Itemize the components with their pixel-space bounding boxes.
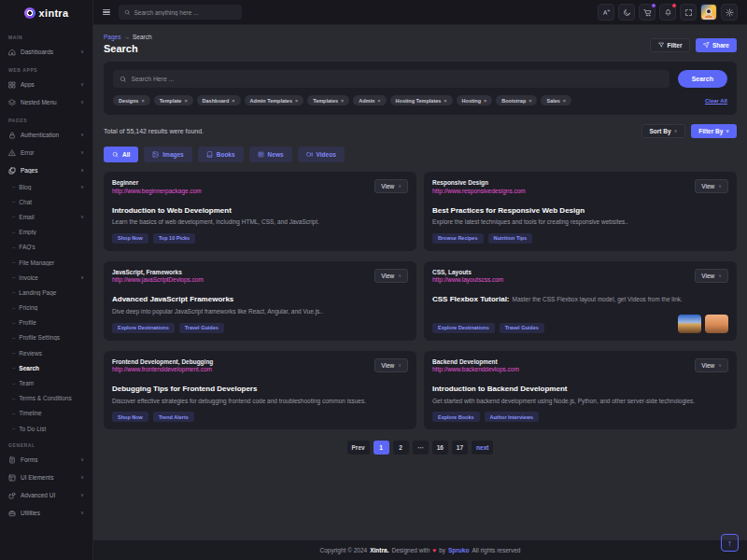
sidebar-item-team[interactable]: Team (0, 375, 92, 390)
chip-templates[interactable]: Templates× (307, 95, 349, 105)
fullscreen-icon[interactable] (680, 4, 697, 21)
footer-designer-link[interactable]: Spruko (448, 547, 469, 553)
share-button[interactable]: Share (696, 38, 737, 52)
sidebar-item-invoice[interactable]: Invoice (0, 270, 92, 285)
pagination-page-16[interactable]: 16 (432, 441, 448, 455)
result-tag[interactable]: Shop Now (112, 233, 148, 244)
result-tag[interactable]: Travel Guides (179, 323, 224, 333)
result-url[interactable]: http://www.backenddevlops.com (432, 366, 519, 372)
moon-icon[interactable] (618, 4, 635, 21)
chip-close-icon[interactable]: × (529, 98, 531, 104)
sidebar-item-terms-conditions[interactable]: Terms & Conditions (0, 391, 92, 406)
result-tag[interactable]: Trend Alerts (153, 412, 194, 422)
result-tag[interactable]: Nutrition Tips (488, 233, 533, 244)
tab-news[interactable]: News (249, 147, 292, 162)
filter-button[interactable]: Filter (650, 38, 690, 52)
view-button[interactable]: View (374, 358, 408, 372)
chip-admin[interactable]: Admin× (353, 95, 386, 105)
sidebar-item-apps[interactable]: Apps (0, 76, 92, 93)
result-url[interactable]: http://www.javaScriptDevlops.com (112, 276, 204, 283)
sidebar-item-empty[interactable]: Empty (0, 225, 92, 240)
tab-images[interactable]: Images (144, 147, 191, 162)
sidebar-item-pages[interactable]: Pages (0, 161, 92, 179)
result-title[interactable]: Best Practices for Responsive Web Design (432, 206, 585, 215)
chip-dashboard[interactable]: Dashboard× (197, 95, 241, 105)
chip-hosting-templates[interactable]: Hosting Templates× (390, 95, 453, 105)
brand-logo[interactable]: xintra (0, 0, 92, 25)
chip-close-icon[interactable]: × (141, 98, 144, 104)
sidebar-item-faqs[interactable]: FAQ's (0, 240, 92, 255)
pagination-page-17[interactable]: 17 (452, 441, 468, 455)
result-title[interactable]: Advanced JavaScript Frameworks (112, 295, 233, 303)
breadcrumb-pages-link[interactable]: Pages (104, 34, 120, 40)
sidebar-item-landing-page[interactable]: Landing Page (0, 285, 92, 300)
pagination-next[interactable]: next (472, 441, 493, 455)
result-tag[interactable]: Browse Recipes (432, 233, 484, 244)
sidebar-item-nested-menu[interactable]: Nested Menu (0, 93, 92, 111)
sidebar-item-email[interactable]: Email (0, 209, 92, 224)
result-tag[interactable]: Author Interviews (485, 412, 539, 422)
result-tag[interactable]: Shop Now (112, 412, 148, 422)
chip-close-icon[interactable]: × (295, 98, 298, 104)
result-title[interactable]: Debugging Tips for Frontend Developers (112, 385, 257, 393)
result-tag[interactable]: Travel Guides (500, 323, 544, 333)
pagination-page-2[interactable]: 2 (393, 441, 409, 455)
chip-bootstrap[interactable]: Bootstrap× (496, 95, 537, 105)
result-title[interactable]: Introduction to Web Development (112, 206, 232, 215)
view-button[interactable]: View (695, 269, 728, 283)
topbar-search-input[interactable] (134, 9, 237, 16)
sidebar-item-file-manager[interactable]: File Manager (0, 255, 92, 270)
view-button[interactable]: View (695, 179, 728, 193)
chip-close-icon[interactable]: × (341, 98, 344, 104)
tab-videos[interactable]: Videos (298, 147, 345, 162)
sidebar-item-advanced-ui[interactable]: Advanced UI (0, 486, 92, 504)
pagination-page-1[interactable]: 1 (374, 441, 389, 455)
tab-all[interactable]: All (104, 147, 138, 162)
sidebar-item-utilities[interactable]: Utilities (0, 504, 92, 522)
result-title[interactable]: Introduction to Backend Development (432, 385, 567, 393)
result-thumbnail-canyon-rock[interactable] (705, 315, 728, 333)
chip-hosting[interactable]: Hosting× (457, 95, 493, 105)
sidebar-item-error[interactable]: Error (0, 144, 92, 161)
sidebar-item-reviews[interactable]: Reviews (0, 345, 92, 360)
translate-icon[interactable] (598, 4, 614, 21)
sidebar-item-forms[interactable]: Forms (0, 451, 92, 469)
bell-icon[interactable] (659, 4, 676, 21)
chip-close-icon[interactable]: × (484, 98, 486, 104)
chip-close-icon[interactable]: × (444, 98, 446, 104)
view-button[interactable]: View (374, 179, 408, 193)
sidebar-item-chat[interactable]: Chat (0, 194, 92, 209)
sidebar-item-pricing[interactable]: Pricing (0, 301, 92, 315)
pagination-prev[interactable]: Prev (347, 441, 370, 455)
result-tag[interactable]: Explore Destinations (432, 323, 495, 333)
chip-close-icon[interactable]: × (232, 98, 234, 104)
chip-close-icon[interactable]: × (563, 98, 566, 104)
clear-all-link[interactable]: Clear All (705, 98, 727, 104)
result-tag[interactable]: Explore Destinations (112, 323, 175, 333)
sort-by-dropdown[interactable]: Sort By (641, 124, 686, 138)
tab-books[interactable]: Books (198, 147, 244, 162)
sidebar-item-search[interactable]: Search (0, 360, 92, 375)
result-url[interactable]: http://www.frontenddevelopment.com (112, 366, 213, 372)
result-url[interactable]: http://www.layoutscss.com (432, 276, 503, 283)
menu-toggle-icon[interactable] (103, 9, 110, 16)
sidebar-item-profile[interactable]: Profile (0, 315, 92, 330)
result-url[interactable]: http://www.responsivedesigns.com (432, 188, 526, 194)
search-button[interactable]: Search (678, 70, 727, 88)
sidebar-item-to-do-list[interactable]: To Do List (0, 421, 92, 436)
search-field[interactable] (113, 70, 669, 88)
view-button[interactable]: View (374, 269, 408, 283)
result-thumbnail-desert-road[interactable] (678, 315, 701, 333)
chip-close-icon[interactable]: × (377, 98, 380, 104)
search-input[interactable] (132, 76, 663, 82)
cart-icon[interactable] (639, 4, 655, 21)
scroll-to-top-button[interactable]: ↑ (721, 534, 739, 552)
settings-icon[interactable] (721, 4, 738, 21)
filter-by-dropdown[interactable]: Filter By (691, 124, 737, 138)
chip-designs[interactable]: Designs× (113, 95, 150, 105)
chip-sales[interactable]: Sales× (541, 95, 571, 105)
sidebar-item-ui-elements[interactable]: UI Elements (0, 469, 92, 486)
chip-admin-templates[interactable]: Admin Templates× (245, 95, 304, 105)
result-title[interactable]: CSS Flexbox Tutorial: (432, 295, 510, 303)
sidebar-item-dashboards[interactable]: Dashboards (0, 43, 92, 61)
